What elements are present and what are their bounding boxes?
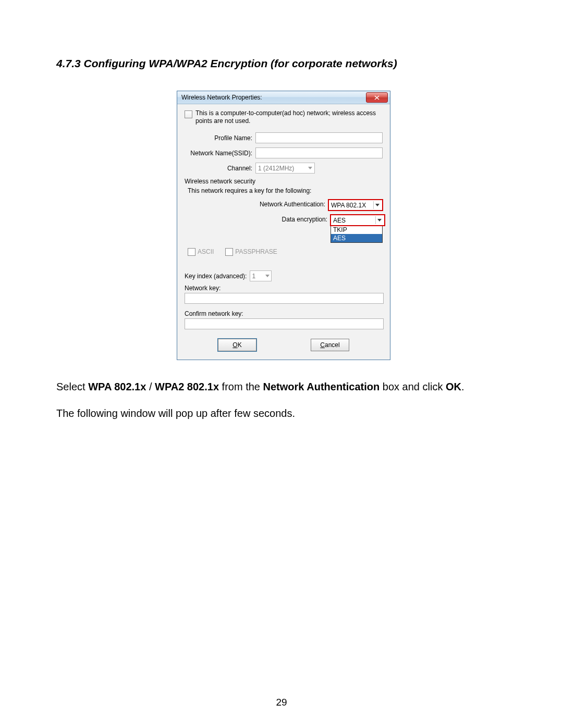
auth-label: Network Authentication: bbox=[185, 200, 328, 208]
encryption-dropdown-list[interactable]: TKIP AES bbox=[331, 226, 383, 243]
chevron-down-icon bbox=[375, 204, 380, 206]
key-index-label: Key index (advanced): bbox=[185, 273, 247, 280]
close-button[interactable] bbox=[366, 92, 388, 103]
instruction-paragraph-1: Select WPA 802.1x / WPA2 802.1x from the… bbox=[56, 380, 511, 394]
channel-value: 1 (2412MHz) bbox=[258, 165, 294, 172]
channel-label: Channel: bbox=[185, 165, 255, 172]
ascii-label: ASCII bbox=[198, 248, 214, 255]
encryption-label: Data encryption: bbox=[185, 215, 331, 223]
profile-name-label: Profile Name: bbox=[185, 134, 255, 142]
security-group-title: Wireless network security bbox=[185, 178, 383, 185]
encryption-option-tkip[interactable]: TKIP bbox=[331, 226, 382, 234]
chevron-down-icon bbox=[308, 167, 312, 169]
data-encryption-select[interactable]: AES bbox=[331, 215, 385, 226]
network-key-label: Network key: bbox=[185, 285, 383, 292]
ssid-label: Network Name(SSID): bbox=[185, 150, 255, 157]
auth-value: WPA 802.1X bbox=[331, 202, 366, 209]
ok-button[interactable]: OK bbox=[218, 339, 256, 351]
page-number: 29 bbox=[0, 697, 563, 708]
encryption-value: AES bbox=[333, 217, 346, 224]
adhoc-label: This is a computer-to-computer(ad hoc) n… bbox=[195, 109, 383, 125]
security-subtext: This network requires a key for the foll… bbox=[185, 187, 383, 194]
chevron-down-icon bbox=[265, 275, 270, 277]
passphrase-label: PASSPHRASE bbox=[235, 248, 277, 255]
cancel-underline: C bbox=[320, 341, 325, 349]
wireless-properties-dialog: Wireless Network Properties: This is a c… bbox=[177, 91, 390, 360]
ok-underline: O bbox=[232, 341, 237, 349]
network-key-input[interactable] bbox=[185, 293, 384, 304]
ssid-input[interactable] bbox=[255, 147, 383, 158]
instruction-paragraph-2: The following window will pop up after f… bbox=[56, 408, 511, 419]
chevron-down-icon bbox=[377, 219, 382, 221]
adhoc-checkbox[interactable] bbox=[185, 110, 192, 118]
ascii-checkbox[interactable] bbox=[188, 248, 195, 256]
cancel-rest: ancel bbox=[325, 341, 340, 349]
network-authentication-select[interactable]: WPA 802.1X bbox=[328, 200, 383, 211]
dialog-title: Wireless Network Properties: bbox=[181, 94, 262, 101]
profile-name-input[interactable] bbox=[255, 132, 383, 143]
passphrase-checkbox[interactable] bbox=[225, 248, 233, 256]
key-index-select[interactable]: 1 bbox=[250, 270, 272, 281]
cancel-button[interactable]: Cancel bbox=[311, 339, 349, 351]
channel-select[interactable]: 1 (2412MHz) bbox=[255, 163, 315, 174]
confirm-key-input[interactable] bbox=[185, 318, 384, 329]
key-index-value: 1 bbox=[252, 273, 255, 280]
encryption-option-aes[interactable]: AES bbox=[331, 234, 382, 242]
ok-rest: K bbox=[238, 341, 242, 349]
section-heading: 4.7.3 Configuring WPA/WPA2 Encryption (f… bbox=[56, 57, 511, 70]
confirm-key-label: Confirm network key: bbox=[185, 310, 383, 317]
dialog-titlebar: Wireless Network Properties: bbox=[177, 91, 390, 104]
close-icon bbox=[374, 95, 380, 100]
